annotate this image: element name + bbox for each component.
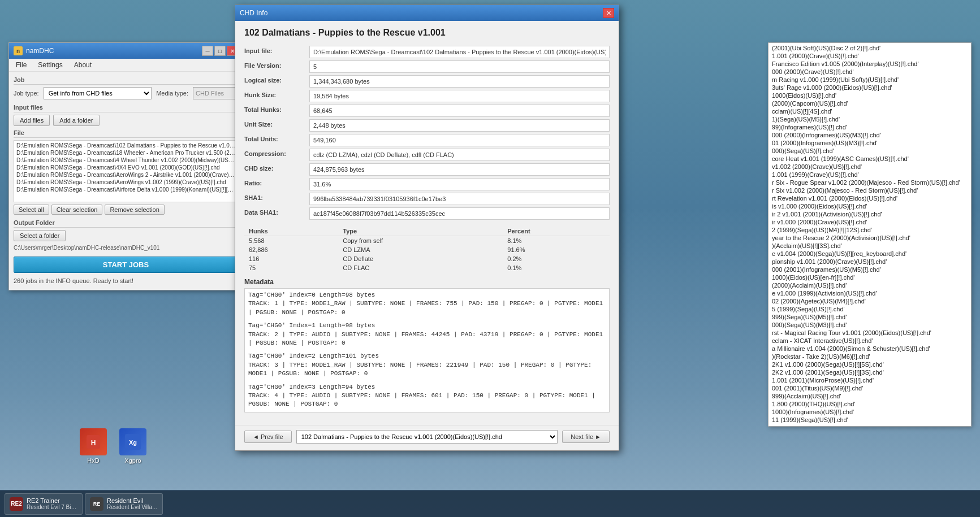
menu-settings[interactable]: Settings xyxy=(33,60,67,70)
data-sha1-value[interactable] xyxy=(309,207,610,220)
list-item[interactable]: 1)(Sega)(US)(M5)[!].chd' xyxy=(770,115,970,123)
list-item[interactable]: 1.001 (2000)(Crave)(US)[!].chd' xyxy=(770,52,970,60)
list-item[interactable]: ir 2 v1.001 (2001)(Activision)(US)[!].ch… xyxy=(770,210,970,218)
list-item[interactable]: ir v1.000 (2000)(Crave)(US)[!].chd' xyxy=(770,218,970,226)
maximize-button[interactable]: □ xyxy=(214,46,226,56)
list-item[interactable]: cclam)(US)[!][4S].chd' xyxy=(770,107,970,115)
next-file-button[interactable]: Next file ► xyxy=(562,431,610,443)
list-item[interactable]: )(Rockstar - Take 2)(US)(M6)[!].chd' xyxy=(770,353,970,360)
menu-file[interactable]: File xyxy=(11,60,31,70)
desktop-icon-xgpro[interactable]: Xg Xgpro xyxy=(113,426,153,466)
list-item[interactable]: 000)(Sega)(US)[!].chd' xyxy=(770,147,970,155)
list-item[interactable]: D:\Emulation ROMS\Sega - Dreamcast\102 D… xyxy=(15,142,236,149)
list-item[interactable]: year to the Rescue 2 (2000)(Activision)(… xyxy=(770,234,970,242)
list-item[interactable]: D:\Emulation ROMS\Sega - Dreamcast\4 Whe… xyxy=(15,157,236,164)
sha1-value[interactable] xyxy=(309,193,610,205)
total-units-value[interactable] xyxy=(309,134,610,146)
list-item[interactable]: 999)(Acclaim)(US)[!].chd' xyxy=(770,392,970,400)
list-item[interactable]: 1.800 (2000)(THQ)(US)[!].chd' xyxy=(770,400,970,408)
metadata-box[interactable]: Tag='CHG0' Index=0 Length=98 bytesTRACK:… xyxy=(244,288,610,412)
minimize-button[interactable]: ─ xyxy=(202,46,213,56)
chd-close-button[interactable]: ✕ xyxy=(603,8,614,18)
list-item[interactable]: r Six - Rogue Spear v1.002 (2000)(Majesc… xyxy=(770,179,970,186)
list-item[interactable]: e v1.004 (2000)(Sega)(US)[!][req_keyboar… xyxy=(770,250,970,258)
add-files-button[interactable]: Add files xyxy=(14,115,50,126)
list-item[interactable]: core Heat v1.001 (1999)(ASC Games)(US)[!… xyxy=(770,155,970,163)
select-folder-button[interactable]: Select a folder xyxy=(14,230,66,241)
list-item[interactable]: rt Revelation v1.001 (2000)(Eidos)(US)[!… xyxy=(770,194,970,202)
list-item[interactable]: a Millionaire v1.004 (2000)(Simon & Schu… xyxy=(770,345,970,353)
status-bar: 260 jobs in the INFO queue. Ready to sta… xyxy=(14,276,238,285)
select-all-button[interactable]: Select all xyxy=(14,205,49,215)
list-item[interactable]: rst - Magical Racing Tour v1.001 (2000)(… xyxy=(770,329,970,337)
list-item[interactable]: v1.002 (2000)(Crave)(US)[!].chd' xyxy=(770,163,970,171)
list-item[interactable]: 000 (2000)(Crave)(US)[!].chd' xyxy=(770,68,970,76)
job-section-label: Job xyxy=(14,76,238,85)
list-item[interactable]: D:\Emulation ROMS\Sega - Dreamcast\18 Wh… xyxy=(15,149,236,157)
list-item[interactable]: 02 (2000)(Agetec)(US)(M4)[!].chd' xyxy=(770,297,970,305)
list-item[interactable]: cclam - XICAT Interactive(US)[!].chd' xyxy=(770,337,970,345)
list-item[interactable]: e v1.000 (1999)(Activision)(US)[!].chd' xyxy=(770,289,970,297)
list-item[interactable]: 11 (1999)(Sega)(US)[!].chd' xyxy=(770,416,970,424)
taskbar-item-re2[interactable]: RE2 RE2 Trainer Resident Evil 7 Biohaza.… xyxy=(5,493,83,515)
list-item[interactable]: 1.001 (1999)(Crave)(US)[!].chd' xyxy=(770,171,970,179)
hunk-percent: 0.2% xyxy=(503,254,610,263)
list-item[interactable]: D:\Emulation ROMS\Sega - Dreamcast\AeroW… xyxy=(15,179,236,186)
list-item[interactable]: 1.001 (2001)(MicroProse)(US)[!].chd' xyxy=(770,376,970,384)
list-item[interactable]: 000 (2000)(Infogrames)(US)(M3)[!].chd' xyxy=(770,131,970,139)
taskbar-icon-re-village: RE xyxy=(90,497,103,511)
list-item[interactable]: (2001)(Ubi Soft)(US)(Disc 2 of 2)[!].chd… xyxy=(770,44,970,52)
list-item[interactable]: 3uts' Rage v1.000 (2000)(Eidos)(US)[!].c… xyxy=(770,84,970,92)
file-version-value[interactable] xyxy=(309,60,610,73)
clear-selection-button[interactable]: Clear selection xyxy=(51,205,103,215)
list-item[interactable]: )(Acclaim)(US)[!][3S].chd' xyxy=(770,242,970,250)
current-file-select[interactable]: 102 Dalmatians - Puppies to the Rescue v… xyxy=(296,430,558,444)
list-item[interactable]: 5 (1999)(Sega)(US)[!].chd' xyxy=(770,305,970,313)
right-panel[interactable]: (2001)(Ubi Soft)(US)(Disc 2 of 2)[!].chd… xyxy=(768,42,972,427)
hunk-count: 62,886 xyxy=(244,245,338,254)
prev-file-button[interactable]: ◄ Prev file xyxy=(244,431,292,443)
list-item[interactable]: 1000)(Infogrames)(US)[!].chd' xyxy=(770,408,970,416)
list-item[interactable]: D:\Emulation ROMS\Sega - Dreamcast\AeroW… xyxy=(15,171,236,179)
list-item[interactable]: D:\Emulation ROMS\Sega - Dreamcast\4X4 E… xyxy=(15,164,236,171)
list-item[interactable]: 2K1 v1.000 (2000)(Sega)(US)[!][5S].chd' xyxy=(770,360,970,368)
input-file-value[interactable] xyxy=(309,46,610,58)
hunk-size-value[interactable] xyxy=(309,90,610,102)
desktop-icon-hxd[interactable]: H HxD xyxy=(74,426,113,466)
list-item[interactable]: 01 (2000)(Infogrames)(US)(M3)[!].chd' xyxy=(770,139,970,147)
list-item[interactable]: is v1.000 (2000)(Eidos)(US)[!].chd' xyxy=(770,202,970,210)
list-item[interactable]: 1000)(Eidos)(US)[en-fr][!].chd' xyxy=(770,273,970,281)
taskbar-item-re-village[interactable]: RE Resident Evil Resident Evil Village v… xyxy=(85,493,163,515)
remove-selection-button[interactable]: Remove selection xyxy=(105,205,164,215)
add-folder-button[interactable]: Add a folder xyxy=(53,115,99,126)
list-item[interactable]: r Six v1.002 (2000)(Majesco - Red Storm)… xyxy=(770,186,970,194)
list-item[interactable]: Francisco Edition v1.005 (2000)(Interpla… xyxy=(770,60,970,68)
list-item[interactable]: 000)(Sega)(US)(M3)[!].chd' xyxy=(770,321,970,329)
list-item[interactable]: 999)(Sega)(US)(M5)[!].chd' xyxy=(770,313,970,321)
compression-value[interactable] xyxy=(309,149,610,161)
list-item[interactable]: pionship v1.001 (2000)(Crave)(US)[!].chd… xyxy=(770,258,970,266)
total-hunks-value[interactable] xyxy=(309,105,610,117)
chd-size-value[interactable] xyxy=(309,163,610,176)
unit-size-value[interactable] xyxy=(309,119,610,132)
list-item[interactable]: 99)(Infogrames)(US)[!].chd' xyxy=(770,123,970,131)
list-item[interactable]: 000 (2001)(Infogrames)(US)(M5)[!].chd' xyxy=(770,266,970,273)
list-item[interactable]: m Racing v1.000 (1999)(Ubi Softy)(US)[!]… xyxy=(770,76,970,84)
media-type-input xyxy=(193,87,238,99)
menu-about[interactable]: About xyxy=(70,60,96,70)
list-item[interactable]: (2000)(Capcom)(US)[!].chd' xyxy=(770,99,970,107)
list-item[interactable]: 2 (1999)(Sega)(US)(M4)[!][12S].chd' xyxy=(770,226,970,234)
list-item[interactable]: (2000)(Acclaim)(US)[!].chd' xyxy=(770,281,970,289)
logical-size-value[interactable] xyxy=(309,75,610,88)
job-type-select[interactable]: Get info from CHD files xyxy=(44,87,152,99)
list-item[interactable]: 1000(Eidos)(US)[!].chd' xyxy=(770,92,970,99)
output-path: C:\Users\mrger\Desktop\namDHC-release\na… xyxy=(14,244,238,252)
file-list[interactable]: D:\Emulation ROMS\Sega - Dreamcast\102 D… xyxy=(14,140,238,202)
right-panel-content: (2001)(Ubi Soft)(US)(Disc 2 of 2)[!].chd… xyxy=(769,43,971,425)
list-item[interactable]: 001 (2001)(Titus)(US)(M9)[!].chd' xyxy=(770,384,970,392)
list-item[interactable]: 2K2 v1.000 (2001)(Sega)(US)[!][3S].chd' xyxy=(770,368,970,376)
start-jobs-button[interactable]: START JOBS xyxy=(14,257,238,273)
ratio-value[interactable] xyxy=(309,178,610,190)
table-row: 75 CD FLAC 0.1% xyxy=(244,263,610,272)
list-item[interactable]: D:\Emulation ROMS\Sega - Dreamcast\Airfo… xyxy=(15,186,236,193)
